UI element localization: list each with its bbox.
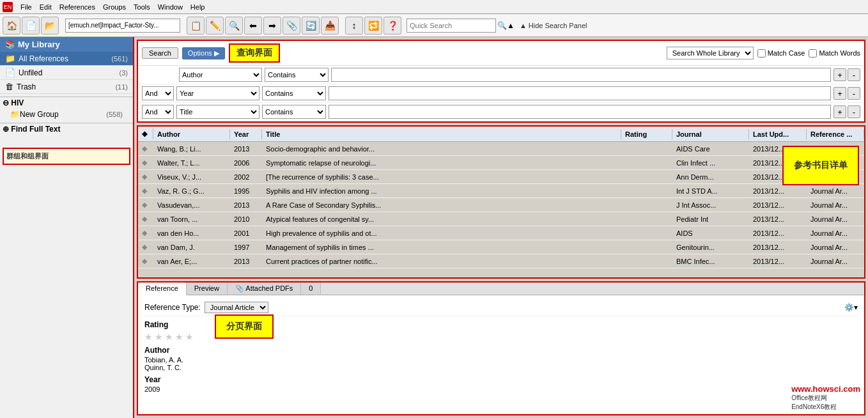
cell-title-6: High prevalence of syphilis and ot...	[262, 228, 621, 238]
remove-row-3-button[interactable]: -	[848, 105, 860, 118]
query-label-box: 查询界面	[229, 43, 280, 63]
field-select-3[interactable]: Title	[176, 105, 260, 119]
sidebar-item-trash[interactable]: 🗑 Trash (11)	[0, 80, 133, 94]
conjunction-select-2[interactable]: And	[142, 86, 174, 100]
unfiled-count: (3)	[120, 69, 128, 77]
search-button[interactable]: Search	[142, 47, 178, 59]
menu-file[interactable]: File	[17, 2, 36, 12]
remove-row-1-button[interactable]: -	[848, 68, 860, 81]
hide-panel-button[interactable]: ▲ Hide Search Panel	[520, 22, 587, 29]
trash-count: (11)	[115, 83, 128, 91]
search-scope-select[interactable]: Search Whole Library	[667, 47, 754, 59]
op-select-2[interactable]: Contains	[262, 86, 326, 100]
col-reftype[interactable]: Reference ...	[807, 129, 864, 139]
table-row[interactable]: ◆ van Aer, E;... 2013 Current practices …	[138, 254, 864, 268]
help-button[interactable]: ❓	[384, 17, 401, 35]
op-select-1[interactable]: Contains	[265, 68, 329, 82]
cell-dot-4: ◆	[138, 199, 153, 210]
col-year[interactable]: Year	[230, 129, 262, 139]
menu-tools[interactable]: Tools	[130, 2, 154, 12]
table-row[interactable]: ◆ Walter, T.; L... 2006 Symptomatic rela…	[138, 156, 864, 170]
cell-dot-8: ◆	[138, 256, 153, 267]
cell-year-8: 2013	[230, 256, 262, 267]
table-row[interactable]: ◆ Vasudevan,... 2013 A Rare Case of Seco…	[138, 198, 864, 212]
remove-row-2-button[interactable]: -	[848, 87, 860, 100]
value-input-2[interactable]	[329, 86, 831, 100]
cell-dot-7: ◆	[138, 242, 153, 252]
add-row-3-button[interactable]: +	[833, 105, 846, 118]
cell-title-2: [The recurrence of syphilis: 3 case...	[262, 172, 621, 182]
col-indicator[interactable]: ◆	[138, 128, 153, 139]
gear-icon[interactable]: ⚙️▾	[844, 303, 858, 312]
value-input-1[interactable]	[331, 68, 831, 82]
edit-button[interactable]: ✏️	[206, 17, 224, 35]
col-rating[interactable]: Rating	[621, 129, 672, 139]
tab-attached-pdfs[interactable]: 📎 Attached PDFs	[228, 283, 301, 295]
cell-author-0: Wang, B.; Li...	[153, 144, 230, 154]
refresh-button[interactable]: 🔁	[364, 17, 382, 35]
star-3[interactable]: ★	[165, 332, 173, 342]
op-select-3[interactable]: Contains	[262, 105, 326, 119]
table-row[interactable]: ◆ van Dam, J. 1997 Management of syphili…	[138, 240, 864, 254]
menu-references[interactable]: References	[56, 2, 99, 12]
add-row-1-button[interactable]: +	[833, 68, 846, 81]
table-row[interactable]: ◆ Viseux, V.; J... 2002 [The recurrence …	[138, 170, 864, 184]
table-row[interactable]: ◆ van Toorn, ... 2010 Atypical features …	[138, 212, 864, 226]
sort-button[interactable]: ↕	[345, 17, 363, 35]
match-case-checkbox[interactable]	[757, 49, 766, 58]
col-title[interactable]: Title	[262, 129, 621, 139]
detail-panel: Reference Type: Journal Article ⚙️▾ Rati…	[138, 295, 864, 414]
tab-reference[interactable]: Reference	[138, 283, 187, 295]
tab-preview[interactable]: Preview	[187, 283, 228, 295]
cell-reftype-7: Journal Ar...	[807, 242, 864, 252]
add-row-2-button[interactable]: +	[833, 87, 846, 100]
field-select-2[interactable]: Year	[176, 86, 260, 100]
group-expand-icon[interactable]: ⊖	[3, 98, 9, 107]
find-expand-icon[interactable]: ⊕	[3, 125, 9, 134]
hide-icon: ▲	[520, 22, 527, 29]
new-button[interactable]: 📄	[22, 17, 40, 35]
field-select-1[interactable]: Author	[179, 68, 262, 82]
menu-window[interactable]: Window	[154, 2, 187, 12]
attach-button[interactable]: 📎	[283, 17, 300, 35]
conjunction-select-3[interactable]: And	[142, 105, 174, 119]
library-icon: 📚	[5, 40, 15, 49]
menu-help[interactable]: Help	[187, 2, 209, 12]
options-button[interactable]: Options ▶	[182, 47, 225, 59]
col-updated[interactable]: Last Upd...	[749, 129, 807, 139]
quick-search-input[interactable]	[407, 19, 496, 33]
match-words-checkbox[interactable]	[809, 49, 817, 58]
tab-bar: Reference Preview 📎 Attached PDFs 0	[138, 283, 864, 295]
star-4[interactable]: ★	[175, 332, 183, 342]
home-button[interactable]: 🏠	[3, 17, 20, 35]
cell-dot-3: ◆	[138, 185, 153, 196]
reference-table-section: ◆ Author Year Title Rating Journal Last …	[137, 125, 865, 279]
sidebar-subitem-newgroup[interactable]: 📁 New Group (558)	[0, 109, 133, 120]
table-row[interactable]: ◆ Vaz, R. G.; G... 1995 Syphilis and HIV…	[138, 184, 864, 198]
ref-type-select[interactable]: Journal Article	[205, 302, 268, 313]
star-5[interactable]: ★	[185, 332, 194, 342]
col-journal[interactable]: Journal	[672, 129, 749, 139]
menu-groups[interactable]: Groups	[99, 2, 130, 12]
sidebar-item-unfiled[interactable]: 📄 Unfiled (3)	[0, 66, 133, 80]
star-1[interactable]: ★	[144, 332, 153, 342]
table-row[interactable]: ◆ van den Ho... 2001 High prevalence of …	[138, 226, 864, 240]
star-2[interactable]: ★	[155, 332, 163, 342]
newgroup-label: New Group	[20, 110, 106, 119]
cell-dot-2: ◆	[138, 171, 153, 182]
menu-edit[interactable]: Edit	[36, 2, 56, 12]
forward-button[interactable]: ➡	[263, 17, 281, 35]
open-button[interactable]: 📂	[41, 17, 59, 35]
back-button[interactable]: ⬅	[244, 17, 262, 35]
new-ref-button[interactable]: 📋	[187, 17, 205, 35]
find-button[interactable]: 🔍	[225, 17, 243, 35]
sidebar-item-all-references[interactable]: 📁 All References (561)	[0, 52, 133, 66]
cell-dot-5: ◆	[138, 213, 153, 224]
sync-button[interactable]: 🔄	[302, 17, 320, 35]
table-row[interactable]: ◆ Wang, B.; Li... 2013 Socio-demographic…	[138, 142, 864, 156]
cell-author-2: Viseux, V.; J...	[153, 172, 230, 182]
col-author[interactable]: Author	[153, 129, 230, 139]
value-input-3[interactable]	[329, 105, 831, 119]
cell-rating-0	[621, 148, 672, 150]
import-button[interactable]: 📥	[321, 17, 339, 35]
